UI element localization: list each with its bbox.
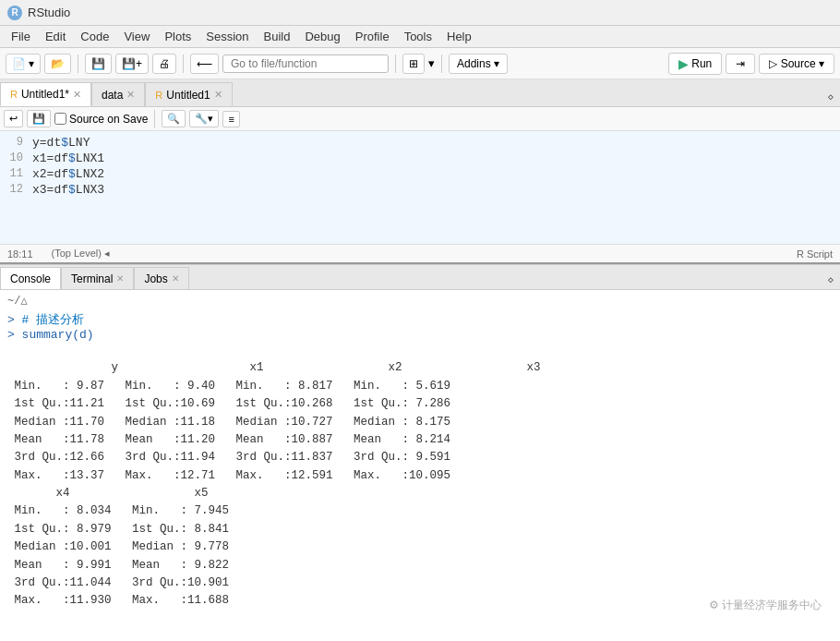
new-file-button[interactable]: 📄▾ [6,54,41,74]
goto-input[interactable] [222,54,389,73]
app-title: RStudio [28,6,70,19]
console-collapse-btn[interactable]: ⬦ [822,268,840,289]
back-button[interactable]: ⟵ [190,54,219,74]
menu-profile[interactable]: Profile [348,28,397,45]
menu-code[interactable]: Code [73,28,116,45]
new-file-icon: 📄 [12,57,26,70]
console-section: Console Terminal ✕ Jobs ✕ ⬦ ~/△ > # 描述分析… [0,264,840,641]
run-button[interactable]: ▶ Run [668,53,722,75]
menu-debug[interactable]: Debug [297,28,347,45]
jobs-tab-label: Jobs [144,272,167,285]
close-tab-icon[interactable]: ✕ [73,89,81,101]
save-script-button[interactable]: 💾 [27,110,51,127]
editor-subtoolbar: ↩ 💾 Source on Save 🔍 🔧▾ ≡ [0,107,840,131]
tab-terminal[interactable]: Terminal ✕ [61,267,134,289]
command-text: summary(d) [22,328,94,342]
tab-collapse-btn[interactable]: ⬦ [822,85,840,106]
code-line-10: 10 x1=df$LNX1 [0,151,840,166]
menubar: File Edit Code View Plots Session Build … [0,26,840,48]
watermark: ⚙ 计量经济学服务中心 [709,598,822,613]
console-tab-label: Console [10,272,51,285]
global-toolbar: 📄▾ 📂 💾 💾+ 🖨 ⟵ ⊞▾ Addins ▾ ▶ Run ⇥ ▷ Sour… [0,48,840,79]
menu-help[interactable]: Help [439,28,479,45]
print-button[interactable]: 🖨 [152,54,176,74]
source-button[interactable]: ▷ Source ▾ [759,54,834,74]
sep4 [441,54,442,73]
source-on-save-label: Source on Save [54,113,148,126]
source-on-save-checkbox[interactable] [54,113,66,125]
sep-editor [154,110,155,128]
open-file-button[interactable]: 📂 [44,54,71,74]
tab-label-data: data [102,89,123,102]
tab-label-untitled1: Untitled1* [21,88,69,101]
undo-icon[interactable]: ↩ [4,110,23,127]
editor-statusbar: 18:11 (Top Level) ◂ R Script [0,244,840,262]
addins-button[interactable]: Addins ▾ [449,54,508,74]
search-icon[interactable]: 🔍 [162,110,186,127]
r-script-icon: R [10,89,18,100]
menu-file[interactable]: File [4,28,38,45]
sep2 [183,54,184,73]
code-editor[interactable]: 9 y=dt$LNY 10 x1=df$LNX1 11 x2=df$LNX2 1… [0,131,840,244]
grid-button[interactable]: ⊞ [402,54,425,74]
console-command-line: > summary(d) [7,328,833,342]
rerun-button[interactable]: ⇥ [726,54,755,74]
tab-label-untitled1-2: Untitled1 [166,89,210,102]
code-level: (Top Level) ◂ [52,248,110,260]
tab-jobs[interactable]: Jobs ✕ [134,267,188,289]
tab-console[interactable]: Console [0,267,61,289]
view-source-btn[interactable]: ≡ [222,111,239,127]
main-area: R Untitled1* ✕ data ✕ R Untitled1 ✕ ⬦ ↩ … [0,79,840,641]
editor-tabbar: R Untitled1* ✕ data ✕ R Untitled1 ✕ ⬦ [0,79,840,107]
tab-untitled1-2[interactable]: R Untitled1 ✕ [145,82,232,106]
code-line-9: 9 y=dt$LNY [0,135,840,151]
comment-text: # 描述分析 [22,313,85,327]
app-logo: R [7,6,22,20]
close-terminal-icon[interactable]: ✕ [116,273,124,284]
cursor-position: 18:11 [7,248,33,260]
tab-untitled1-active[interactable]: R Untitled1* ✕ [0,82,91,106]
file-type: R Script [797,248,833,260]
save-button[interactable]: 💾 [85,54,112,74]
menu-edit[interactable]: Edit [38,28,73,45]
sep3 [395,54,396,73]
editor-section: R Untitled1* ✕ data ✕ R Untitled1 ✕ ⬦ ↩ … [0,79,840,264]
titlebar: R RStudio [0,0,840,26]
code-line-12: 12 x3=df$LNX3 [0,182,840,198]
working-dir: ~/△ [7,294,833,308]
menu-plots[interactable]: Plots [157,28,198,45]
menu-session[interactable]: Session [198,28,256,45]
console-comment-line: > # 描述分析 [7,311,833,328]
close-jobs-icon[interactable]: ✕ [172,273,179,284]
menu-build[interactable]: Build [257,28,298,45]
r-script-icon-2: R [155,90,162,101]
open-icon: 📂 [51,57,65,70]
close-tab-2-icon[interactable]: ✕ [214,89,222,101]
summary-output: y x1 x2 x3 Min. : 9.87 Min. : 9.40 Min. … [7,342,833,628]
terminal-tab-label: Terminal [71,272,113,285]
close-data-tab-icon[interactable]: ✕ [126,89,135,101]
tools-icon[interactable]: 🔧▾ [189,110,219,127]
menu-view[interactable]: View [116,28,157,45]
console-tabbar: Console Terminal ✕ Jobs ✕ ⬦ [0,264,840,290]
sep1 [78,54,78,73]
run-icon: ▶ [678,56,689,71]
console-output[interactable]: ~/△ > # 描述分析 > summary(d) y x1 x2 x3 Min… [0,290,840,641]
tab-data[interactable]: data ✕ [91,82,145,106]
save-all-button[interactable]: 💾+ [115,54,149,74]
menu-tools[interactable]: Tools [397,28,439,45]
code-line-11: 11 x2=df$LNX2 [0,166,840,182]
